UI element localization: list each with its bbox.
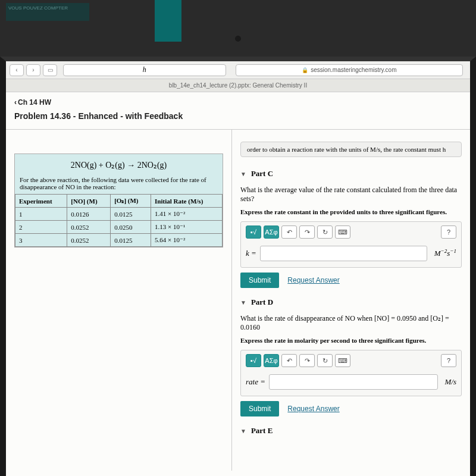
forward-button[interactable]: › bbox=[26, 64, 40, 76]
browser-toolbar: ‹ › ▭ h 🔒 session.masteringchemistry.com bbox=[6, 61, 470, 79]
keyboard-button[interactable]: ⌨ bbox=[335, 354, 350, 367]
help-button[interactable]: ? bbox=[441, 226, 456, 239]
reset-button[interactable]: ↻ bbox=[317, 226, 333, 239]
chevron-down-icon: ▼ bbox=[240, 299, 246, 306]
variable-label: rate = bbox=[246, 377, 265, 387]
request-answer-link[interactable]: Request Answer bbox=[287, 276, 339, 284]
redo-button[interactable]: ↷ bbox=[299, 354, 315, 367]
template-button[interactable]: ▪√ bbox=[246, 354, 261, 367]
background-poster-2 bbox=[155, 0, 181, 42]
data-table: Experiment [NO] (M) [O₂] (M) Initial Rat… bbox=[15, 194, 223, 247]
tab-bar: blb_14e_ch14_lecture (2).pptx: General C… bbox=[6, 79, 470, 92]
table-row: 3 0.0252 0.0125 5.64 × 10⁻² bbox=[15, 234, 223, 247]
request-answer-link[interactable]: Request Answer bbox=[287, 405, 339, 413]
unit-label: M−2s−1 bbox=[434, 248, 456, 258]
part-c-instruction: Express the rate constant in the provide… bbox=[240, 208, 462, 215]
page-content: Ch 14 HW Problem 14.36 - Enhanced - with… bbox=[6, 92, 470, 476]
hint-box: order to obtain a reaction rate with the… bbox=[240, 142, 462, 157]
part-d-instruction: Express the rate in molarity per second … bbox=[240, 337, 462, 344]
table-row: 1 0.0126 0.0125 1.41 × 10⁻² bbox=[15, 208, 223, 221]
reset-button[interactable]: ↻ bbox=[317, 354, 333, 367]
keyboard-button[interactable]: ⌨ bbox=[335, 226, 350, 239]
unit-label: M/s bbox=[445, 377, 457, 387]
greek-button[interactable]: ΑΣφ bbox=[264, 226, 279, 239]
breadcrumb[interactable]: Ch 14 HW bbox=[6, 92, 470, 109]
sidebar-button[interactable]: ▭ bbox=[43, 64, 57, 76]
right-column: order to obtain a reaction rate with the… bbox=[232, 130, 470, 471]
url-text: session.masteringchemistry.com bbox=[311, 67, 396, 73]
part-d-title: Part D bbox=[251, 298, 273, 307]
answer-input[interactable] bbox=[269, 374, 438, 390]
data-box: 2NO(g) + O₂(g) → 2NO₂(g) For the above r… bbox=[14, 154, 223, 248]
redo-button[interactable]: ↷ bbox=[299, 226, 315, 239]
undo-button[interactable]: ↶ bbox=[281, 226, 297, 239]
data-description: For the above reaction, the following da… bbox=[15, 176, 223, 194]
th-exp: Experiment bbox=[15, 195, 67, 208]
laptop-screen: ‹ › ▭ h 🔒 session.masteringchemistry.com… bbox=[0, 57, 476, 476]
undo-button[interactable]: ↶ bbox=[281, 354, 297, 367]
submit-button[interactable]: Submit bbox=[240, 273, 279, 288]
back-button[interactable]: ‹ bbox=[10, 64, 24, 76]
part-d-header[interactable]: ▼ Part D bbox=[240, 298, 462, 307]
input-toolbar: ▪√ ΑΣφ ↶ ↷ ↻ ⌨ ? bbox=[241, 350, 461, 371]
greek-button[interactable]: ΑΣφ bbox=[264, 354, 279, 367]
part-d-question: What is the rate of disappearance of NO … bbox=[240, 314, 462, 332]
help-button[interactable]: ? bbox=[441, 354, 456, 367]
th-no: [NO] (M) bbox=[67, 195, 111, 208]
background-poster: VOUS POUVEZ COMPTER bbox=[6, 3, 89, 21]
th-rate: Initial Rate (M/s) bbox=[151, 195, 223, 208]
template-button[interactable]: ▪√ bbox=[246, 226, 261, 239]
part-d-input-frame: ▪√ ΑΣφ ↶ ↷ ↻ ⌨ ? rate = M/s bbox=[240, 350, 462, 396]
chevron-down-icon: ▼ bbox=[240, 428, 246, 434]
webcam bbox=[235, 36, 241, 42]
lock-icon: 🔒 bbox=[302, 67, 308, 73]
variable-label: k = bbox=[246, 249, 256, 258]
tab-title[interactable]: blb_14e_ch14_lecture (2).pptx: General C… bbox=[169, 82, 307, 89]
reaction-equation: 2NO(g) + O₂(g) → 2NO₂(g) bbox=[15, 154, 223, 176]
part-e-title: Part E bbox=[251, 426, 273, 436]
chevron-down-icon: ▼ bbox=[240, 171, 246, 177]
part-c-question: What is the average value of the rate co… bbox=[240, 186, 462, 203]
part-c-header[interactable]: ▼ Part C bbox=[240, 169, 462, 178]
part-e-header[interactable]: ▼ Part E bbox=[240, 426, 462, 436]
th-o2: [O₂] (M) bbox=[111, 195, 151, 208]
answer-input[interactable] bbox=[260, 246, 427, 261]
input-toolbar: ▪√ ΑΣφ ↶ ↷ ↻ ⌨ ? bbox=[241, 222, 461, 242]
submit-button[interactable]: Submit bbox=[240, 401, 279, 416]
page-title: Problem 14.36 - Enhanced - with Feedback bbox=[6, 109, 470, 130]
part-c-title: Part C bbox=[251, 169, 273, 178]
table-header-row: Experiment [NO] (M) [O₂] (M) Initial Rat… bbox=[15, 195, 223, 208]
table-row: 2 0.0252 0.0250 1.13 × 10⁻¹ bbox=[15, 221, 223, 234]
part-c-input-frame: ▪√ ΑΣφ ↶ ↷ ↻ ⌨ ? k = M−2s−1 bbox=[240, 221, 462, 268]
address-bar-left[interactable]: h bbox=[63, 64, 226, 76]
address-bar-right[interactable]: 🔒 session.masteringchemistry.com bbox=[236, 64, 463, 76]
left-column: 2NO(g) + O₂(g) → 2NO₂(g) For the above r… bbox=[6, 130, 232, 471]
